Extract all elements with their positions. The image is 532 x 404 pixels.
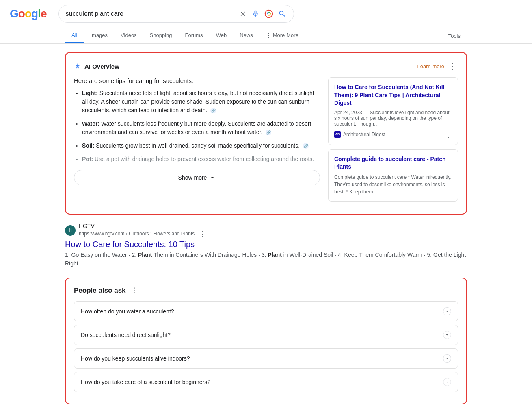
tab-forums[interactable]: Forums: [179, 28, 210, 43]
tip-text-soil: Succulents grow best in well-drained, sa…: [96, 142, 300, 149]
clear-icon: [239, 10, 247, 17]
show-more-button[interactable]: Show more: [74, 170, 320, 185]
ai-overview-box: AI Overview Learn more ⋮ Here are some t…: [65, 52, 467, 215]
tab-more[interactable]: ⋮ MoreMore: [260, 28, 305, 43]
source-link-light[interactable]: 🔗: [210, 108, 216, 113]
ai-header-right: Learn more ⋮: [417, 61, 458, 72]
paa-item-3[interactable]: How do you keep succulents alive indoors…: [74, 348, 458, 369]
ai-more-options[interactable]: ⋮: [448, 61, 458, 72]
paa-item-4[interactable]: How do you take care of a succulent for …: [74, 372, 458, 392]
result-snippet-hgtv: 1. Go Easy on the Water · 2. Plant Them …: [65, 251, 467, 268]
result-title-hgtv[interactable]: How to Care for Succulents: 10 Tips: [65, 240, 467, 249]
result-source-row: H HGTV https://www.hgtv.com › Outdoors ›…: [65, 223, 467, 238]
ad-logo-icon: AD: [334, 131, 341, 138]
tab-web[interactable]: Web: [210, 28, 234, 43]
source-logo-ad: AD Architectural Digest: [334, 131, 385, 138]
search-button[interactable]: [277, 9, 287, 19]
paa-item-2[interactable]: Do succulents need direct sunlight?: [74, 325, 458, 345]
google-logo[interactable]: Google: [10, 7, 46, 20]
ai-content: Here are some tips for caring for succul…: [74, 77, 458, 206]
paa-chevron-4: [443, 378, 451, 386]
source-card-ad: How to Care for Succulents (And Not Kill…: [328, 77, 458, 145]
source-card-ad-title[interactable]: How to Care for Succulents (And Not Kill…: [334, 83, 452, 107]
google-lens-icon: [264, 9, 273, 18]
source-card-ad-footer: AD Architectural Digest ⋮: [334, 130, 452, 139]
main-content: AI Overview Learn more ⋮ Here are some t…: [0, 44, 532, 404]
publisher-name-ad: Architectural Digest: [343, 132, 385, 137]
show-more-label: Show more: [178, 174, 207, 181]
paa-question-4: How do you take care of a succulent for …: [81, 379, 210, 385]
source-card-ad-date: Apr 24, 2023 — Succulents love light and…: [334, 110, 452, 127]
clear-button[interactable]: [238, 9, 247, 18]
tip-key-pot: Pot:: [82, 156, 93, 162]
svg-marker-1: [75, 63, 80, 69]
tip-text-water: Water succulents less frequently but mor…: [82, 120, 311, 135]
ai-overview-header: AI Overview Learn more ⋮: [74, 61, 458, 72]
ai-tip-light: Light: Succulents need lots of light, ab…: [82, 89, 320, 115]
tab-videos[interactable]: Videos: [114, 28, 143, 43]
paa-item-1[interactable]: How often do you water a succulent?: [74, 301, 458, 321]
ai-intro: Here are some tips for caring for succul…: [74, 77, 320, 84]
paa-title: People also ask: [74, 287, 126, 295]
chevron-down-icon: [209, 174, 216, 181]
paa-chevron-2: [443, 331, 451, 339]
tip-key-light: Light:: [82, 90, 98, 96]
paa-chevron-3: [443, 354, 451, 363]
ai-sources-panel: How to Care for Succulents (And Not Kill…: [328, 77, 458, 206]
nav-tabs: All Images Videos Shopping Forums Web Ne…: [0, 28, 532, 44]
paa-question-1: How often do you water a succulent?: [81, 308, 174, 315]
ai-left-panel: Here are some tips for caring for succul…: [74, 77, 320, 206]
search-bar: [58, 5, 294, 23]
logo-letter-e: e: [41, 7, 47, 20]
search-icon: [278, 10, 286, 18]
paa-more-options[interactable]: ⋮: [131, 287, 137, 294]
tab-news[interactable]: News: [233, 28, 260, 43]
logo-letter-o2: o: [25, 7, 31, 20]
people-also-ask-box: People also ask ⋮ How often do you water…: [65, 278, 467, 404]
source-card-patch-title[interactable]: Complete guide to succulent care - Patch…: [334, 155, 452, 171]
logo-letter-l: l: [38, 7, 41, 20]
tab-shopping[interactable]: Shopping: [143, 28, 179, 43]
result-site-info: HGTV https://www.hgtv.com › Outdoors › F…: [79, 223, 206, 238]
header: Google: [0, 0, 532, 28]
learn-more-link[interactable]: Learn more: [417, 63, 444, 70]
logo-letter-g2: g: [31, 7, 38, 20]
tip-text-light: Succulents need lots of light, about six…: [82, 90, 314, 113]
tip-key-soil: Soil:: [82, 142, 94, 149]
microphone-icon: [251, 10, 260, 18]
source-card-more-ad[interactable]: ⋮: [445, 130, 452, 139]
search-input[interactable]: [65, 10, 235, 17]
ai-tips-list: Light: Succulents need lots of light, ab…: [74, 89, 320, 163]
result-breadcrumb: https://www.hgtv.com › Outdoors › Flower…: [79, 229, 206, 238]
logo-letter-g: G: [10, 7, 18, 20]
result-more-options[interactable]: ⋮: [199, 229, 206, 238]
paa-chevron-1: [443, 307, 451, 315]
tools-button[interactable]: Tools: [442, 29, 467, 43]
search-bar-wrapper: [58, 5, 294, 23]
ai-tip-soil: Soil: Succulents grow best in well-drain…: [82, 141, 320, 150]
tab-images[interactable]: Images: [84, 28, 114, 43]
result-site-name: HGTV: [79, 223, 206, 229]
hgtv-result: H HGTV https://www.hgtv.com › Outdoors ›…: [65, 223, 467, 268]
ai-sparkle-icon: [74, 63, 81, 70]
source-link-soil[interactable]: 🔗: [303, 143, 309, 149]
paa-question-2: Do succulents need direct sunlight?: [81, 332, 171, 338]
ai-overview-label: AI Overview: [84, 63, 119, 70]
ai-tip-water: Water: Water succulents less frequently …: [82, 119, 320, 137]
lens-button[interactable]: [264, 9, 274, 19]
mic-button[interactable]: [251, 9, 260, 19]
source-card-patch-snippet: Complete guide to succulent care * Water…: [334, 174, 452, 195]
tab-all[interactable]: All: [65, 28, 84, 43]
paa-question-3: How do you keep succulents alive indoors…: [81, 355, 190, 362]
source-link-water[interactable]: 🔗: [266, 130, 271, 135]
ai-overview-title: AI Overview: [74, 63, 119, 70]
tip-key-water: Water:: [82, 120, 99, 127]
search-icons: [238, 9, 287, 19]
svg-point-0: [265, 10, 272, 17]
ai-tip-pot: Pot: Use a pot with drainage holes to pr…: [82, 155, 320, 163]
logo-letter-o1: o: [18, 7, 25, 20]
source-card-patch: Complete guide to succulent care - Patch…: [328, 149, 458, 202]
paa-header: People also ask ⋮: [74, 287, 458, 295]
tip-text-pot: Use a pot with drainage holes to prevent…: [95, 156, 314, 162]
hgtv-favicon: H: [65, 225, 76, 236]
